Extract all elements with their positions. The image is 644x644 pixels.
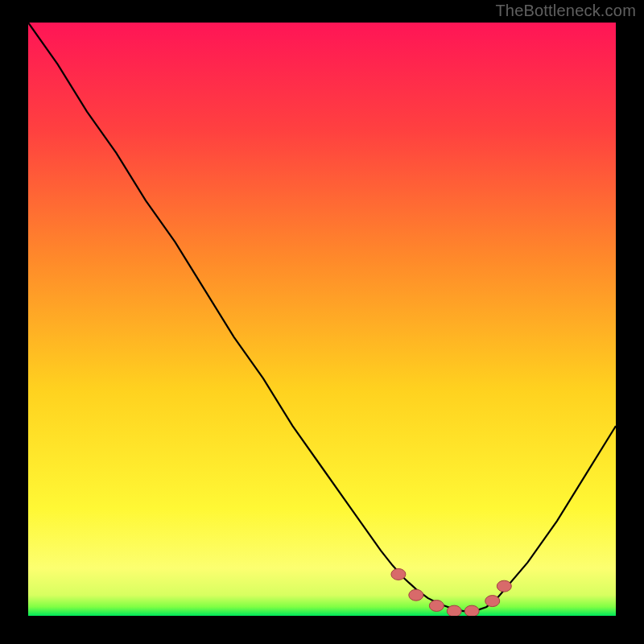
overlay-layer: [28, 23, 616, 616]
chart-frame: TheBottleneck.com: [0, 0, 644, 644]
optimal-dot: [447, 605, 461, 616]
optimal-dot: [497, 580, 511, 592]
optimal-dot: [429, 600, 444, 611]
optimal-dot: [485, 596, 500, 607]
optimal-dots: [391, 568, 511, 616]
plot-area: [28, 23, 616, 616]
bottleneck-curve: [28, 23, 616, 611]
optimal-dot: [391, 568, 406, 580]
optimal-dot: [464, 605, 479, 616]
watermark-text: TheBottleneck.com: [495, 2, 636, 20]
optimal-dot: [409, 589, 423, 601]
